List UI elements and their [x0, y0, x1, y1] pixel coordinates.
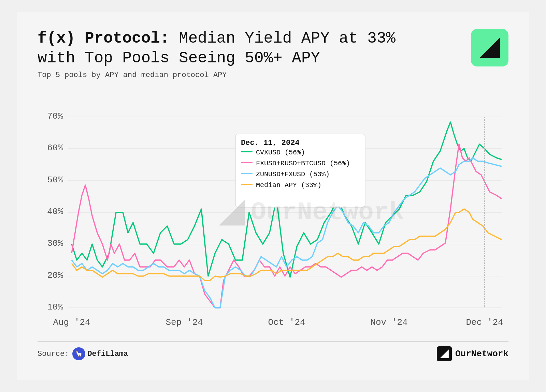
- svg-text:Dec. 11, 2024: Dec. 11, 2024: [241, 139, 300, 147]
- svg-text:FXUSD+RUSD+BTCUSD (56%): FXUSD+RUSD+BTCUSD (56%): [256, 160, 350, 167]
- svg-rect-24: [241, 151, 253, 152]
- page-title: f(x) Protocol: Median Yield APY at 33% w…: [38, 29, 440, 68]
- svg-marker-32: [440, 349, 449, 358]
- svg-text:CVXUSD (56%): CVXUSD (56%): [256, 149, 305, 156]
- subtitle: Top 5 pools by APY and median protocol A…: [38, 71, 508, 79]
- source-section: Source: 🦙 DefiLlama: [38, 347, 128, 360]
- svg-marker-0: [479, 37, 500, 58]
- source-label: Source:: [38, 350, 69, 358]
- ournetwork-logo-icon: [478, 36, 502, 60]
- ournetwork-footer-icon: [437, 346, 452, 361]
- svg-text:Dec '24: Dec '24: [466, 317, 503, 328]
- svg-rect-26: [241, 162, 253, 163]
- ournetwork-logo-box: [471, 29, 508, 66]
- header: f(x) Protocol: Median Yield APY at 33% w…: [38, 29, 508, 68]
- svg-text:50%: 50%: [47, 175, 63, 185]
- svg-rect-30: [241, 184, 253, 185]
- svg-text:70%: 70%: [47, 111, 63, 121]
- svg-text:60%: 60%: [47, 143, 63, 153]
- svg-text:10%: 10%: [47, 302, 63, 312]
- svg-text:Sep '24: Sep '24: [166, 317, 203, 328]
- defi-llama-name: DefiLlama: [87, 350, 128, 358]
- svg-text:ZUNUSD+FXUSD (53%): ZUNUSD+FXUSD (53%): [256, 170, 330, 178]
- svg-text:20%: 20%: [47, 270, 63, 281]
- defi-llama-logo: 🦙 DefiLlama: [72, 347, 128, 360]
- line-chart: 70% 60% 50% 40% 30% 20% 10% Aug '24 Sep …: [38, 90, 508, 335]
- svg-text:30%: 30%: [47, 238, 63, 248]
- median-apy-line: [72, 209, 502, 281]
- svg-rect-28: [241, 173, 253, 174]
- title-bold: f(x) Protocol:: [38, 30, 169, 47]
- svg-text:Median APY (33%): Median APY (33%): [256, 181, 321, 189]
- svg-text:Nov '24: Nov '24: [370, 317, 407, 328]
- defi-llama-icon: 🦙: [72, 347, 85, 360]
- chart-area: OurNetwork 70% 60% 50% 40% 30% 20% 10% A…: [38, 90, 508, 335]
- footer: Source: 🦙 DefiLlama OurNetwork: [38, 341, 508, 361]
- ournetwork-footer-label: OurNetwork: [455, 349, 508, 359]
- svg-text:40%: 40%: [47, 207, 63, 217]
- main-card: f(x) Protocol: Median Yield APY at 33% w…: [17, 12, 529, 380]
- ournetwork-brand: OurNetwork: [437, 346, 508, 361]
- svg-text:Oct '24: Oct '24: [268, 317, 305, 328]
- svg-text:Aug '24: Aug '24: [53, 317, 90, 328]
